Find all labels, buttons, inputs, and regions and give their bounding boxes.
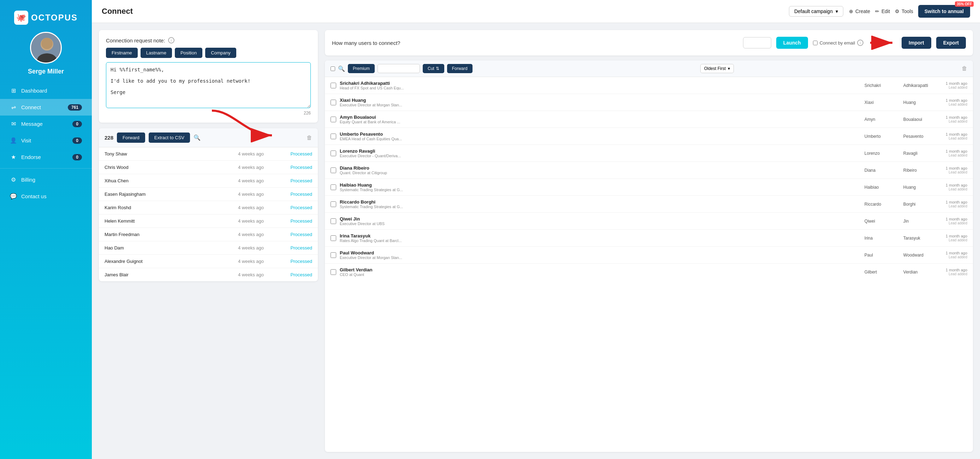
premium-button[interactable]: Premium — [348, 64, 375, 73]
list-item-time: 4 weeks ago — [238, 191, 280, 197]
list-item-name: Karim Roshd — [105, 205, 238, 210]
lead-checkbox[interactable] — [331, 134, 336, 139]
lead-row[interactable]: Lorenzo Ravagli Executive Director - Qua… — [325, 145, 973, 162]
launch-button[interactable]: Launch — [776, 37, 808, 49]
lead-checkbox[interactable] — [331, 83, 336, 88]
lead-row[interactable]: Xiaxi Huang Executive Director at Morgan… — [325, 94, 973, 111]
campaign-selector[interactable]: Default campaign ▾ — [789, 6, 843, 17]
lead-checkbox[interactable] — [331, 100, 336, 105]
list-item[interactable]: Helen Kemmitt 4 weeks ago Processed — [99, 215, 318, 228]
list-item[interactable]: Karim Roshd 4 weeks ago Processed — [99, 201, 318, 215]
forward-button[interactable]: Forward — [117, 132, 145, 143]
list-item-name: James Blair — [105, 272, 238, 277]
list-item[interactable]: Alexandre Guignot 4 weeks ago Processed — [99, 255, 318, 268]
lead-info: Umberto Pesavento EMEA Head of Cash Equi… — [340, 131, 861, 141]
list-item[interactable]: Martin Freedman 4 weeks ago Processed — [99, 228, 318, 241]
lead-time: 1 month ago Lead added — [946, 200, 967, 208]
tools-button[interactable]: ⚙ Tools — [895, 8, 913, 14]
lead-checkbox[interactable] — [331, 269, 336, 275]
firstname-tag-button[interactable]: Firstname — [106, 48, 138, 58]
lead-time: 1 month ago Lead added — [946, 268, 967, 276]
lead-info: Irina Tarasyuk Rates Algo Trading Quant … — [340, 233, 861, 243]
sidebar-item-billing[interactable]: ⚙ Billing — [0, 171, 92, 188]
switch-annual-button[interactable]: Switch to annual 35% OFF — [918, 5, 970, 18]
lead-title: Executive Director at UBS — [340, 222, 417, 226]
list-item[interactable]: Easen Rajasingham 4 weeks ago Processed — [99, 188, 318, 201]
lead-firstname: Riccardo — [864, 202, 900, 207]
lead-row[interactable]: Irina Tarasyuk Rates Algo Trading Quant … — [325, 230, 973, 247]
lead-checkbox[interactable] — [331, 185, 336, 190]
create-button[interactable]: ⊕ Create — [849, 8, 870, 14]
sidebar-item-contact[interactable]: 💬 Contact us — [0, 188, 92, 205]
lead-info: Haibiao Huang Systematic Trading Strateg… — [340, 182, 861, 192]
list-item[interactable]: Tony Shaw 4 weeks ago Processed — [99, 147, 318, 161]
lead-row[interactable]: Haibiao Huang Systematic Trading Strateg… — [325, 179, 973, 196]
main-content: Connect Default campaign ▾ ⊕ Create ✏ Ed… — [92, 0, 980, 459]
lead-checkbox[interactable] — [331, 218, 336, 224]
lead-checkbox[interactable] — [331, 235, 336, 241]
topbar: Connect Default campaign ▾ ⊕ Create ✏ Ed… — [92, 0, 980, 23]
lead-row[interactable]: Umberto Pesavento EMEA Head of Cash Equi… — [325, 128, 973, 145]
lead-checkbox[interactable] — [331, 252, 336, 258]
contact-icon: 💬 — [10, 193, 17, 200]
sort-dropdown[interactable]: Oldest First ▾ — [700, 64, 734, 73]
lead-name: Umberto Pesavento — [340, 131, 861, 137]
search-button[interactable]: 🔍 — [194, 134, 200, 141]
list-item-time: 4 weeks ago — [238, 232, 280, 237]
note-textarea[interactable]: Hi %%first_name%%, I'd like to add you t… — [106, 62, 311, 108]
lead-row[interactable]: Gilbert Verdian CEO at Quant Gilbert Ver… — [325, 264, 973, 280]
list-item[interactable]: Chris Wood 4 weeks ago Processed — [99, 161, 318, 174]
nav-divider — [0, 168, 92, 169]
connect-count-input[interactable] — [743, 37, 771, 48]
info-icon[interactable]: i — [168, 37, 175, 43]
import-button[interactable]: Import — [902, 37, 931, 49]
lead-row[interactable]: Paul Woodward Executive Director at Morg… — [325, 247, 973, 264]
list-item-name: Hao Dam — [105, 245, 238, 250]
sidebar-item-dashboard[interactable]: ⊞ Dashboard — [0, 82, 92, 99]
cut-button[interactable]: Cut ⇅ — [423, 64, 444, 73]
lead-time: 1 month ago Lead added — [946, 166, 967, 174]
lead-checkbox[interactable] — [331, 116, 336, 122]
list-item[interactable]: Xihua Chen 4 weeks ago Processed — [99, 174, 318, 188]
logo: 🐙 OCTOPUS — [14, 11, 78, 25]
select-all-checkbox[interactable] — [331, 67, 335, 71]
lead-checkbox[interactable] — [331, 167, 336, 173]
list-item-status: Processed — [280, 205, 312, 210]
leads-card: 🔍 Premium Cut ⇅ Forward Oldest First ▾ 🗑 — [325, 61, 973, 452]
company-tag-button[interactable]: Company — [205, 48, 236, 58]
sidebar-item-message[interactable]: ✉ Message 0 — [0, 116, 92, 132]
lead-row[interactable]: Srichakri Adhikarapatti Head of FX Spot … — [325, 77, 973, 94]
content-area: Connection request note: i Firstname Las… — [92, 23, 980, 459]
csv-button[interactable]: Extract to CSV — [149, 132, 190, 143]
lead-row[interactable]: Riccardo Borghi Systematic Trading Strat… — [325, 196, 973, 213]
lead-info: Srichakri Adhikarapatti Head of FX Spot … — [340, 81, 861, 90]
email-info-icon[interactable]: i — [857, 40, 864, 46]
connect-by-email-checkbox[interactable] — [813, 41, 818, 45]
filter-input[interactable] — [377, 64, 420, 73]
sidebar-item-endorse[interactable]: ★ Endorse 0 — [0, 149, 92, 165]
lead-firstname: Gilbert — [864, 269, 900, 274]
lead-checkbox[interactable] — [331, 151, 336, 156]
list-item[interactable]: Hao Dam 4 weeks ago Processed — [99, 241, 318, 255]
list-item-name: Martin Freedman — [105, 232, 238, 237]
export-button[interactable]: Export — [936, 37, 966, 49]
lastname-tag-button[interactable]: Lastname — [140, 48, 172, 58]
position-tag-button[interactable]: Position — [175, 48, 202, 58]
list-item-status: Processed — [280, 165, 312, 170]
lead-row[interactable]: Amyn Boualaoui Equity Quant at Bank of A… — [325, 111, 973, 128]
leads-search-button[interactable]: 🔍 — [338, 65, 345, 72]
topbar-actions: ⊕ Create ✏ Edit ⚙ Tools Switch to annual… — [849, 5, 970, 18]
lead-checkbox[interactable] — [331, 201, 336, 207]
sidebar-item-connect[interactable]: ⇌ Connect 761 — [0, 99, 92, 116]
trash-button[interactable]: 🗑 — [307, 135, 312, 141]
list-item[interactable]: James Blair 4 weeks ago Processed — [99, 268, 318, 281]
lead-name: Paul Woodward — [340, 250, 861, 255]
edit-button[interactable]: ✏ Edit — [875, 8, 890, 14]
leads-forward-button[interactable]: Forward — [447, 64, 473, 73]
lead-row[interactable]: Qiwei Jin Executive Director at UBS Qiwe… — [325, 213, 973, 230]
lead-firstname: Diana — [864, 168, 900, 173]
list-item-status: Processed — [280, 272, 312, 277]
sidebar-item-visit[interactable]: 👤 Visit 0 — [0, 132, 92, 149]
leads-trash-button[interactable]: 🗑 — [962, 65, 967, 72]
lead-row[interactable]: Diana Ribeiro Quant. Director at Citigro… — [325, 162, 973, 179]
